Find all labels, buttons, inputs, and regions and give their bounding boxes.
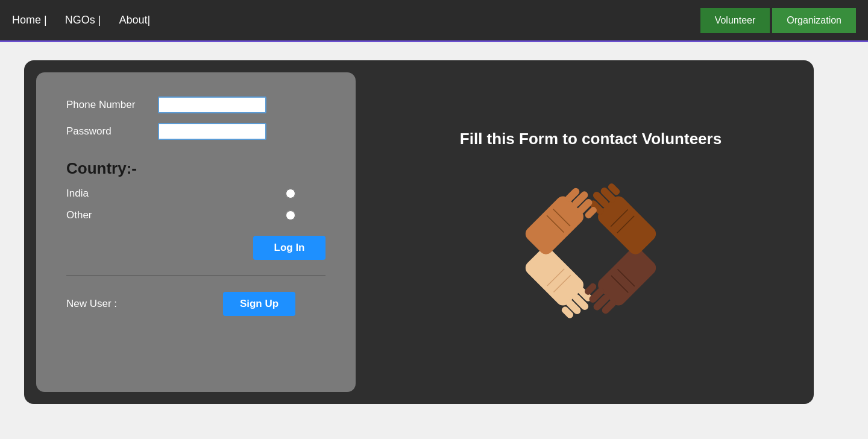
- india-label: India: [66, 188, 89, 200]
- divider: [66, 276, 326, 276]
- login-btn-row: Log In: [66, 236, 326, 260]
- nav-buttons: Volunteer Organization: [700, 8, 856, 33]
- new-user-label: New User :: [66, 298, 117, 310]
- india-radio-row: India: [66, 188, 295, 200]
- other-label: Other: [66, 209, 92, 221]
- phone-input[interactable]: [158, 96, 266, 113]
- country-heading: Country:-: [66, 159, 326, 178]
- right-panel: Fill this Form to contact Volunteers: [368, 60, 814, 404]
- form-panel: Phone Number Password Country:- India Ot…: [36, 72, 356, 392]
- hands-illustration: [494, 166, 687, 335]
- nav-links: Home | NGOs | About|: [12, 14, 150, 27]
- form-title: Fill this Form to contact Volunteers: [460, 130, 722, 148]
- password-row: Password: [66, 123, 326, 140]
- login-button[interactable]: Log In: [253, 236, 326, 260]
- signup-button[interactable]: Sign Up: [223, 292, 295, 316]
- phone-label: Phone Number: [66, 99, 151, 111]
- other-radio[interactable]: [286, 210, 295, 220]
- main-content: Phone Number Password Country:- India Ot…: [0, 42, 868, 422]
- nav-link-ngos[interactable]: NGOs |: [65, 14, 101, 27]
- india-radio[interactable]: [286, 189, 295, 198]
- volunteer-button[interactable]: Volunteer: [700, 8, 770, 33]
- password-label: Password: [66, 125, 151, 137]
- nav-link-about[interactable]: About|: [119, 14, 150, 27]
- organization-button[interactable]: Organization: [772, 8, 856, 33]
- card-container: Phone Number Password Country:- India Ot…: [24, 60, 814, 404]
- signup-row: New User : Sign Up: [66, 292, 295, 316]
- password-input[interactable]: [158, 123, 266, 140]
- phone-row: Phone Number: [66, 96, 326, 113]
- other-radio-row: Other: [66, 209, 295, 221]
- navbar: Home | NGOs | About| Volunteer Organizat…: [0, 0, 868, 42]
- nav-link-home[interactable]: Home |: [12, 14, 47, 27]
